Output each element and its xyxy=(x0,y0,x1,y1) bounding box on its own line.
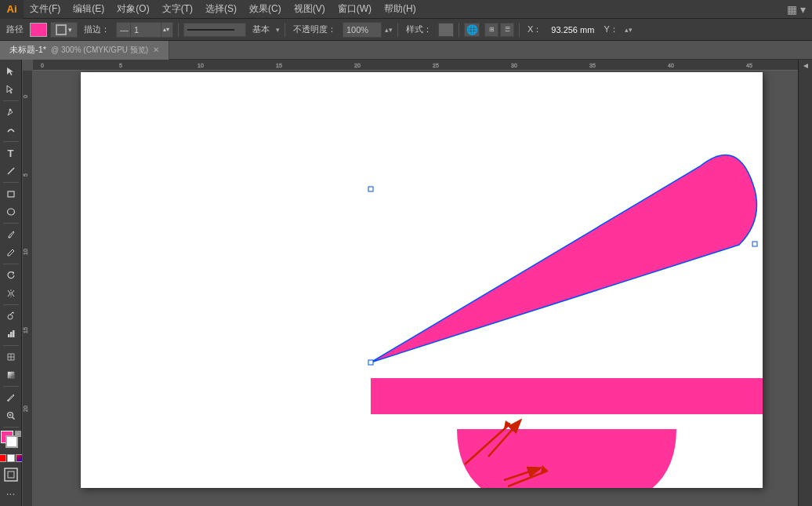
svg-text:40: 40 xyxy=(668,63,674,68)
menu-edit[interactable]: 编辑(E) xyxy=(67,0,111,18)
coord-controls[interactable]: ▴▾ xyxy=(625,26,633,34)
curvature-tool[interactable] xyxy=(2,122,20,139)
tab-close-btn[interactable]: ✕ xyxy=(153,46,159,54)
pen-tool[interactable] xyxy=(2,104,20,121)
document-tab[interactable]: 未标题-1* @ 300% (CMYK/GPU 预览) ✕ xyxy=(0,41,169,60)
tool-separator-8 xyxy=(3,386,19,387)
stroke-up-icon[interactable]: ▴▾ xyxy=(163,26,169,33)
svg-text:10: 10 xyxy=(198,63,204,68)
svg-text:15: 15 xyxy=(276,63,282,68)
ruler-horizontal: 0 5 10 15 20 25 30 35 40 45 xyxy=(33,60,798,71)
stroke-btn[interactable]: ▾ xyxy=(50,22,78,38)
tool-separator-6 xyxy=(3,304,19,305)
stroke-width-input[interactable] xyxy=(130,22,161,38)
type-tool[interactable]: T xyxy=(2,144,20,162)
grid-view-btn[interactable]: ⊞ xyxy=(484,23,498,37)
draw-mode-btn[interactable] xyxy=(3,467,19,484)
basic-dropdown-arrow[interactable]: ▾ xyxy=(276,26,280,34)
globe-btn[interactable]: 🌐 xyxy=(464,23,480,37)
gradient-tool[interactable] xyxy=(2,366,20,384)
svg-point-12 xyxy=(7,399,9,401)
pencil-tool[interactable] xyxy=(2,244,20,261)
tool-separator-9 xyxy=(3,427,19,428)
opacity-input[interactable] xyxy=(343,22,382,38)
reflect-tool[interactable] xyxy=(2,285,20,302)
toolbar-separator-1 xyxy=(178,23,179,37)
svg-text:15: 15 xyxy=(23,327,28,333)
stroke-style-preview[interactable] xyxy=(183,23,246,37)
basic-label: 基本 xyxy=(249,24,273,35)
symbol-sprayer-tool[interactable] xyxy=(2,308,20,325)
rectangle-tool[interactable] xyxy=(2,185,20,202)
mesh-tool[interactable] xyxy=(2,348,20,366)
bottom-semicircle[interactable] xyxy=(457,429,676,488)
stroke-width-dropdown[interactable]: — ▴▾ xyxy=(116,22,173,38)
eyedropper-tool[interactable] xyxy=(2,389,20,406)
menu-effect[interactable]: 效果(C) xyxy=(243,0,288,18)
color-btn[interactable] xyxy=(0,454,6,462)
more-tools-btn[interactable]: ··· xyxy=(6,487,16,500)
toolbar-separator-3 xyxy=(397,23,398,37)
selection-tool[interactable] xyxy=(2,63,20,80)
list-view-btn[interactable]: ☰ xyxy=(500,23,514,37)
svg-line-7 xyxy=(10,312,13,315)
svg-text:5: 5 xyxy=(119,63,122,68)
right-panel: ▶ xyxy=(798,60,812,506)
workspace-switcher[interactable]: ▦ ▾ xyxy=(787,3,806,16)
menu-items: 文件(F) 编辑(E) 对象(O) 文字(T) 选择(S) 效果(C) 视图(V… xyxy=(24,0,422,18)
none-btn[interactable] xyxy=(7,454,15,462)
middle-strip[interactable] xyxy=(371,378,763,414)
svg-rect-8 xyxy=(8,334,10,337)
tool-separator-7 xyxy=(3,345,19,346)
fan-shape[interactable] xyxy=(371,155,757,362)
x-value: 93.256 mm xyxy=(548,25,597,35)
menu-view[interactable]: 视图(V) xyxy=(288,0,332,18)
menu-select[interactable]: 选择(S) xyxy=(199,0,243,18)
paintbrush-tool[interactable] xyxy=(2,226,20,243)
panel-collapse-btn[interactable]: ▶ xyxy=(802,63,809,70)
coord-arrows[interactable]: ▴▾ xyxy=(625,26,633,34)
svg-text:45: 45 xyxy=(746,63,752,68)
tab-bar: 未标题-1* @ 300% (CMYK/GPU 预览) ✕ xyxy=(0,41,812,60)
y-label: Y： xyxy=(600,24,621,35)
rotate-tool[interactable] xyxy=(2,267,20,284)
svg-text:5: 5 xyxy=(23,173,28,177)
style-label: 样式： xyxy=(403,24,435,35)
line-tool[interactable] xyxy=(2,162,20,180)
opacity-up-icon[interactable]: ▴▾ xyxy=(385,26,393,34)
handle-bottom-left[interactable] xyxy=(368,360,373,365)
artboard xyxy=(81,72,763,488)
direct-selection-tool[interactable] xyxy=(2,81,20,98)
x-label: X： xyxy=(524,24,545,35)
menu-file[interactable]: 文件(F) xyxy=(24,0,67,18)
ellipse-tool[interactable] xyxy=(2,203,20,220)
svg-text:20: 20 xyxy=(23,406,28,412)
toolbar-separator-4 xyxy=(459,23,459,37)
app-logo: Ai xyxy=(0,0,24,19)
stroke-color[interactable] xyxy=(5,435,18,448)
column-graph-tool[interactable] xyxy=(2,326,20,343)
menu-object[interactable]: 对象(O) xyxy=(111,0,155,18)
svg-line-1 xyxy=(8,168,14,174)
handle-right[interactable] xyxy=(752,242,757,246)
zoom-tool[interactable] xyxy=(2,407,20,424)
opacity-label: 不透明度： xyxy=(290,24,339,35)
menu-type[interactable]: 文字(T) xyxy=(156,0,199,18)
svg-text:30: 30 xyxy=(511,63,517,68)
svg-rect-11 xyxy=(8,372,14,378)
svg-rect-10 xyxy=(13,330,15,337)
svg-rect-17 xyxy=(5,468,17,481)
fill-swatch[interactable] xyxy=(30,23,47,37)
color-mode-btns xyxy=(0,454,24,462)
menu-window[interactable]: 窗口(W) xyxy=(332,0,378,18)
fill-stroke-swatches[interactable]: ↔ xyxy=(1,431,21,451)
svg-text:0: 0 xyxy=(41,63,44,68)
handle-top[interactable] xyxy=(368,187,373,191)
options-toolbar: 路径 ▾ 描边： — ▴▾ 基本 ▾ 不透明度： ▴▾ 样式： 🌐 ⊞ ☰ X：… xyxy=(0,19,812,41)
swap-icon[interactable]: ↔ xyxy=(15,431,21,437)
left-toolbar: T xyxy=(0,60,22,506)
menu-help[interactable]: 帮助(H) xyxy=(378,0,422,18)
ellipsis-icon: ··· xyxy=(6,487,16,500)
color-swatches: ↔ ··· xyxy=(0,425,24,503)
style-swatch[interactable] xyxy=(438,23,454,37)
